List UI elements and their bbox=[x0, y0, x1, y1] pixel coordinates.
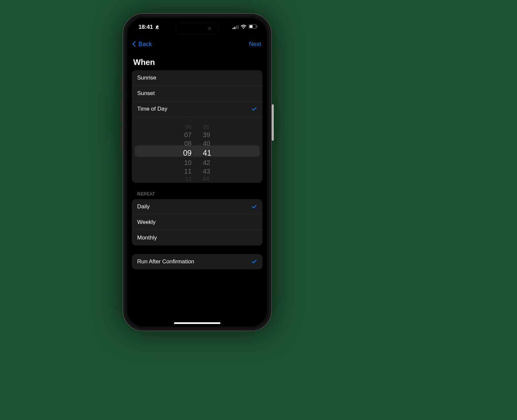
checkmark-icon bbox=[251, 204, 257, 210]
cellular-signal-icon bbox=[233, 25, 239, 29]
hour-wheel[interactable]: 05 06 07 08 09 10 11 12 bbox=[183, 117, 192, 183]
wheel-item-selected: 41 bbox=[203, 148, 211, 159]
silent-mode-icon bbox=[155, 25, 160, 30]
wheel-item: 42 bbox=[203, 159, 210, 167]
phone-frame: 18:41 bbox=[123, 13, 272, 331]
wheel-item: 11 bbox=[184, 167, 192, 176]
repeat-header: REPEAT bbox=[132, 191, 262, 199]
wifi-icon bbox=[241, 24, 247, 30]
nav-bar: Back Next bbox=[127, 36, 267, 52]
wheel-item: 40 bbox=[203, 139, 210, 148]
status-time: 18:41 bbox=[139, 24, 153, 30]
checkmark-icon bbox=[251, 259, 257, 265]
wheel-item: 07 bbox=[184, 131, 192, 139]
side-button-power bbox=[272, 104, 274, 141]
when-group: Sunrise Sunset Time of Day bbox=[132, 70, 262, 183]
wheel-item: 38 bbox=[203, 124, 209, 131]
wheel-item-selected: 09 bbox=[183, 148, 192, 159]
option-label: Daily bbox=[137, 203, 150, 210]
option-label: Time of Day bbox=[137, 106, 167, 112]
svg-rect-1 bbox=[250, 25, 253, 28]
back-button[interactable]: Back bbox=[133, 41, 152, 48]
minute-wheel[interactable]: 37 38 39 40 41 42 43 44 bbox=[203, 117, 211, 183]
option-time-of-day[interactable]: Time of Day bbox=[132, 101, 262, 117]
option-label: Sunset bbox=[137, 90, 155, 97]
wheel-item: 37 bbox=[203, 118, 208, 124]
screen: 18:41 bbox=[127, 18, 267, 327]
chevron-left-icon bbox=[133, 41, 138, 47]
wheel-item: 10 bbox=[184, 159, 192, 167]
wheel-item: 12 bbox=[185, 176, 192, 183]
option-label: Weekly bbox=[137, 219, 155, 226]
option-label: Sunrise bbox=[137, 75, 156, 81]
svg-rect-2 bbox=[257, 26, 258, 27]
confirmation-group: Run After Confirmation bbox=[132, 254, 262, 269]
back-label: Back bbox=[139, 41, 152, 48]
option-sunrise[interactable]: Sunrise bbox=[132, 70, 262, 85]
option-label: Run After Confirmation bbox=[137, 258, 194, 265]
option-weekly[interactable]: Weekly bbox=[132, 214, 262, 230]
front-camera-icon bbox=[208, 27, 211, 30]
battery-icon bbox=[249, 24, 258, 30]
wheel-item: 43 bbox=[203, 167, 210, 176]
option-label: Monthly bbox=[137, 235, 157, 241]
checkmark-icon bbox=[251, 106, 257, 112]
next-button[interactable]: Next bbox=[249, 41, 261, 48]
page-title: When bbox=[127, 52, 267, 70]
phone-mockup: 18:41 bbox=[123, 13, 272, 331]
main-scroll[interactable]: Sunrise Sunset Time of Day bbox=[127, 70, 267, 327]
option-sunset[interactable]: Sunset bbox=[132, 85, 262, 101]
wheel-item: 39 bbox=[203, 131, 210, 139]
wheel-item: 08 bbox=[184, 139, 192, 148]
dynamic-island bbox=[176, 23, 219, 34]
status-left: 18:41 bbox=[139, 24, 160, 30]
status-right bbox=[233, 24, 258, 30]
home-indicator[interactable] bbox=[174, 322, 220, 324]
wheel-item: 05 bbox=[186, 118, 192, 124]
content: Back Next When Sunrise Sunset Ti bbox=[127, 36, 267, 327]
repeat-group: Daily Weekly Monthly bbox=[132, 199, 262, 245]
option-monthly[interactable]: Monthly bbox=[132, 230, 262, 245]
option-run-after-confirmation[interactable]: Run After Confirmation bbox=[132, 254, 262, 269]
option-daily[interactable]: Daily bbox=[132, 199, 262, 214]
time-picker[interactable]: 05 06 07 08 09 10 11 12 bbox=[132, 117, 262, 183]
wheel-item: 06 bbox=[185, 124, 192, 131]
wheel-item: 44 bbox=[203, 176, 209, 183]
